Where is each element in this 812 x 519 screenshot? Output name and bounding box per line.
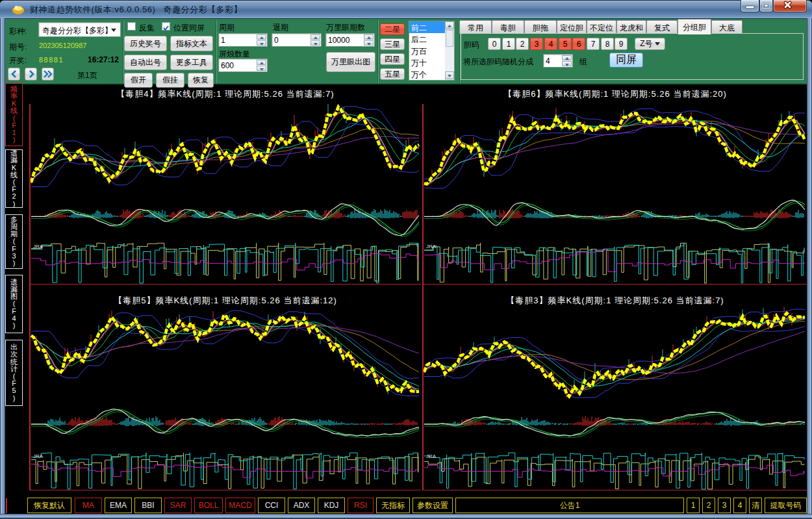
svg-text:JRA: JRA bbox=[33, 453, 44, 459]
svg-text:JRA: JRA bbox=[426, 244, 437, 249]
svg-text:JRA: JRA bbox=[33, 244, 44, 249]
svg-text:JRA: JRA bbox=[426, 453, 437, 459]
